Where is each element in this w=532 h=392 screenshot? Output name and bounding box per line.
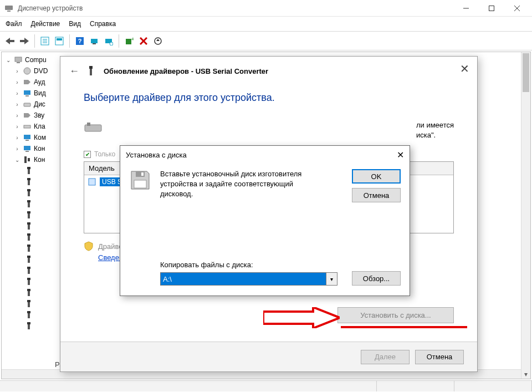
scroll-down-icon[interactable]: ▾ [521, 369, 530, 379]
menu-help[interactable]: Справка [90, 20, 116, 28]
svg-rect-46 [28, 180, 30, 185]
svg-rect-59 [27, 256, 30, 258]
svg-rect-68 [28, 302, 30, 307]
tree-item[interactable]: ›Ком [4, 132, 59, 143]
svg-rect-34 [24, 103, 30, 106]
menu-view[interactable]: Вид [69, 20, 81, 28]
browse-button[interactable]: Обзор... [352, 271, 401, 286]
svg-rect-22 [126, 39, 131, 44]
menu-file[interactable]: Файл [6, 20, 22, 28]
back-icon[interactable] [3, 34, 17, 48]
tree-item[interactable]: ›Ауд [4, 77, 59, 88]
svg-rect-47 [27, 189, 30, 191]
svg-rect-28 [15, 57, 22, 62]
svg-rect-74 [90, 69, 92, 75]
show-hidden-icon[interactable] [38, 34, 52, 48]
wizard-heading: Выберите драйвер для этого устройства. [84, 92, 454, 104]
dialog-cancel-button[interactable]: Отмена [352, 188, 401, 202]
tree-item[interactable] [4, 165, 59, 176]
tree-item[interactable] [4, 187, 59, 198]
svg-rect-70 [28, 313, 30, 318]
wizard-close-button[interactable]: ✕ [460, 62, 469, 75]
tree-item[interactable] [4, 276, 59, 287]
svg-rect-69 [27, 311, 30, 313]
update-driver-icon[interactable] [151, 34, 165, 48]
svg-rect-44 [28, 169, 30, 174]
help-icon[interactable]: ? [73, 34, 86, 48]
next-button[interactable]: Далее [361, 350, 410, 364]
tree-item[interactable] [4, 232, 59, 243]
tree-item[interactable]: ⌄Кон [4, 154, 59, 165]
properties-icon[interactable] [53, 34, 66, 48]
svg-rect-48 [28, 191, 30, 196]
wizard-back-icon[interactable]: ← [69, 65, 79, 77]
path-combobox[interactable]: ▾ [160, 272, 337, 286]
tree-item[interactable] [4, 198, 59, 210]
tree-root-label: Compu [25, 56, 47, 64]
tree-item[interactable]: ›Кла [4, 121, 59, 132]
tree-item[interactable]: ›Кон [4, 143, 59, 154]
svg-rect-56 [28, 236, 30, 241]
svg-rect-38 [25, 140, 29, 141]
scan-icon[interactable] [88, 34, 101, 48]
add-legacy-icon[interactable]: + [122, 34, 136, 48]
svg-rect-54 [28, 225, 30, 230]
tree-item[interactable] [4, 298, 59, 309]
checkbox-icon[interactable]: ✔ [84, 151, 91, 158]
svg-point-30 [24, 68, 30, 74]
dialog-titlebar: Установка с диска ✕ [120, 146, 410, 164]
tree-item[interactable]: ›Зву [4, 110, 59, 121]
device-tree[interactable]: ⌄ Compu ›DVD ›Ауд ›Вид ›Дис ›Зву ›Кла ›К… [2, 52, 62, 334]
ok-button[interactable]: OK [352, 169, 401, 184]
tree-item[interactable] [4, 221, 59, 232]
vertical-scrollbar[interactable]: ▴ ▾ [521, 52, 530, 379]
menu-action[interactable]: Действие [31, 20, 60, 28]
maximize-button[interactable] [479, 0, 504, 17]
svg-rect-29 [17, 62, 20, 63]
svg-rect-50 [28, 202, 30, 207]
minimize-button[interactable] [453, 0, 479, 17]
tree-item[interactable] [4, 309, 59, 320]
install-from-disk-button[interactable]: Установить с диска... [337, 307, 454, 323]
svg-rect-58 [28, 247, 30, 252]
svg-rect-76 [87, 123, 90, 126]
svg-rect-55 [27, 233, 30, 236]
path-input[interactable] [160, 272, 326, 286]
svg-rect-52 [28, 213, 30, 218]
dialog-close-button[interactable]: ✕ [397, 150, 404, 160]
uninstall-icon[interactable] [137, 34, 150, 48]
close-button[interactable] [504, 0, 530, 17]
scan-hardware-icon[interactable] [102, 34, 115, 48]
svg-rect-40 [25, 151, 29, 152]
wizard-device-icon [87, 65, 96, 77]
svg-rect-3 [489, 6, 494, 11]
tree-item[interactable] [4, 210, 59, 221]
tree-item[interactable]: ›Вид [4, 88, 59, 99]
wizard-footer: Далее Отмена [60, 342, 477, 371]
tree-root[interactable]: ⌄ Compu [4, 54, 59, 65]
wizard-instruction-partial: ли имеется иска". [416, 120, 454, 140]
svg-rect-33 [25, 95, 29, 96]
svg-text:+: + [131, 37, 134, 42]
tree-item[interactable]: ›Дис [4, 99, 59, 110]
tree-item[interactable]: ›DVD [4, 65, 59, 77]
svg-rect-37 [24, 135, 30, 139]
svg-rect-81 [141, 172, 144, 176]
scroll-thumb[interactable] [523, 53, 529, 92]
dialog-instruction: Вставьте установочный диск изготовителя … [160, 169, 326, 200]
floppy-disk-icon [129, 169, 151, 191]
expand-icon[interactable]: ⌄ [5, 57, 12, 63]
svg-rect-71 [27, 322, 30, 324]
tree-item[interactable] [4, 265, 59, 276]
tree-item[interactable] [4, 176, 59, 187]
forward-icon[interactable] [18, 34, 31, 48]
svg-rect-62 [28, 269, 30, 274]
tree-item[interactable] [4, 320, 59, 332]
titlebar: Диспетчер устройств [0, 0, 532, 17]
cancel-button[interactable]: Отмена [415, 350, 464, 364]
tree-item[interactable] [4, 243, 59, 254]
svg-marker-6 [6, 38, 10, 44]
tree-item[interactable] [4, 254, 59, 265]
dropdown-icon[interactable]: ▾ [326, 272, 337, 286]
tree-item[interactable] [4, 287, 59, 298]
